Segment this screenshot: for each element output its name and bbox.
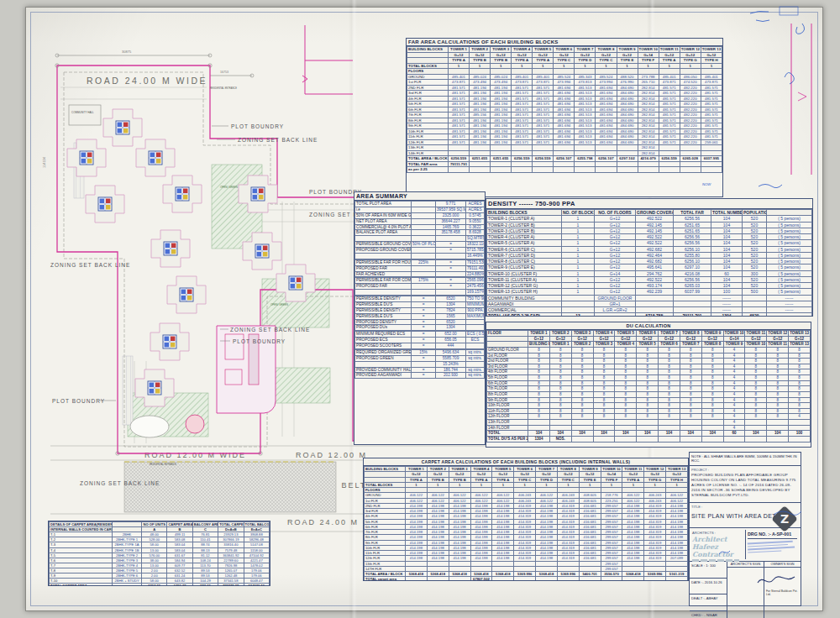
table-cell: 8 <box>767 386 789 392</box>
table-cell: 8 <box>549 347 571 353</box>
table-cell: 13th FLOOR <box>487 420 528 426</box>
table-cell: 750 TO 900 PPA <box>466 296 485 302</box>
table-cell: 520 <box>743 240 767 246</box>
for-company-text: For Sternal Buildcon Pvt. Ltd. <box>766 589 802 596</box>
table-cell: 8 <box>745 369 767 375</box>
table-cell: 8 <box>549 403 571 409</box>
zoning-label: ZONING SET BACK LINE <box>80 480 160 486</box>
du-calculation-table: DU CALCULATION FLOORTOWER 1TOWER 2TOWER … <box>486 322 811 448</box>
table-cell <box>666 577 688 581</box>
table-cell: 104 <box>767 431 789 437</box>
table-cell <box>674 307 711 313</box>
table-cell: FLOOR <box>487 331 528 337</box>
table-cell: TOWER 13 <box>789 331 811 337</box>
table-cell: GR+1 <box>595 301 636 306</box>
table-cell: 8 <box>549 375 571 381</box>
table-cell: 5368.418 <box>470 572 492 577</box>
dimension-text: 114104 <box>42 156 46 168</box>
table-cell: 8 <box>637 364 659 369</box>
table-cell: 104 <box>701 431 723 437</box>
table-cell: 8 <box>593 353 615 359</box>
table-cell: 8 <box>593 347 615 353</box>
scale-value: SCALE : 1: 100 <box>690 562 727 579</box>
table-cell: 8 <box>789 386 811 392</box>
table-cell: ------ <box>767 301 812 306</box>
table-cell: 8 <box>571 369 593 375</box>
table-cell: 2BHK-TYPE 1B <box>113 547 142 553</box>
table-cell: NO. OF FLOORS <box>595 210 636 216</box>
table-cell: 520 <box>743 222 767 228</box>
table-cell: 8 <box>680 380 701 386</box>
table-cell <box>436 236 466 242</box>
table-cell: MINIMUM <box>466 301 485 307</box>
table-cell: G+12 <box>595 228 636 233</box>
table-cell: 8.6928 <box>466 230 485 236</box>
table-cell <box>436 271 466 277</box>
table-cell: G+12 <box>528 336 550 342</box>
table-cell: ( 5 persons) <box>767 252 812 258</box>
table-cell: ACRES <box>466 202 485 207</box>
table-cell: 8 <box>701 391 723 397</box>
table-cell: 104 <box>659 431 680 437</box>
table-cell: G+12 <box>595 289 636 295</box>
table-cell: 8 <box>767 408 789 414</box>
table-cell: 9th FLOOR <box>487 397 528 403</box>
table-cell: 1 <box>562 216 595 222</box>
table-cell: 520 <box>743 264 767 270</box>
table-cell: 8 <box>571 364 593 369</box>
table-cell: 8 <box>680 375 701 381</box>
chkd-value: CHKD : - NISAR <box>690 611 727 618</box>
table-cell: PROPOSED SCOOTERS <box>355 343 412 349</box>
table-cell: 8 <box>571 380 593 386</box>
table-cell: TOWER 1 <box>549 342 571 348</box>
table-cell: TOWER 3 <box>593 342 615 348</box>
table-cell: 8 <box>528 353 550 359</box>
table-cell: 1 <box>562 283 595 289</box>
svg-text:ZONING SET BACK LINE: ZONING SET BACK LINE <box>238 137 318 143</box>
table-cell: 8 <box>593 414 615 420</box>
table-cell: = <box>436 265 466 271</box>
table-cell: 8 <box>615 391 637 397</box>
table-cell: COMMERCIAL <box>487 307 562 313</box>
table-cell: 5th FLOOR <box>487 375 528 381</box>
table-cell: 8 <box>767 375 789 381</box>
table-cell: 8 <box>789 364 811 369</box>
table-cell: REQUIRED ORGANIZED GREEN @ <box>355 349 412 355</box>
table-cell: 520 <box>743 283 767 289</box>
table-cell <box>659 436 680 442</box>
table-cell: 2BHK + STUDY <box>113 579 142 584</box>
density-table: DENSITY ------ 750-900 PPA BUILDING BLOC… <box>486 198 813 317</box>
table-cell <box>412 218 436 224</box>
table-cell <box>549 425 571 431</box>
table-cell: 5496.634 <box>436 349 466 355</box>
table-cell: 2BHK-TYPE 1A <box>113 542 142 547</box>
table-cell <box>743 301 767 306</box>
table-cell: ( 5 persons) <box>767 240 812 246</box>
sheet-meta: SCALE : 1: 100 DATE :- 2016.10.26 DEALT … <box>690 562 727 618</box>
table-cell: 6256.56 <box>674 276 711 282</box>
table-cell: PERMISSIBLE DU'S <box>355 301 412 307</box>
table-cell: 4 <box>723 364 745 369</box>
table-cell: ( 5 persons) <box>767 222 812 228</box>
table-cell: 520 <box>743 234 767 240</box>
table-cell: TOWER 5 <box>492 467 514 472</box>
table-cell: TOWER-5 (CLUSTER A) <box>487 240 562 246</box>
table-cell: G+12 <box>595 240 636 246</box>
approval-stamp <box>748 538 797 554</box>
table-cell: 1565 <box>436 313 466 319</box>
table-cell: ( 5 persons) <box>767 228 812 233</box>
table-cell: TOWER-13 (CLUSTER H) <box>487 289 562 295</box>
table-cell: 8 <box>593 364 615 369</box>
table-cell <box>571 425 593 431</box>
far-table-title: FAR AREA CALCULATIONS OF EACH BUILDING B… <box>407 39 722 46</box>
table-cell: = <box>412 338 436 343</box>
table-cell: 8 <box>615 414 637 420</box>
table-cell: 15.243% <box>436 361 466 367</box>
table-cell: G+12 <box>637 336 659 342</box>
road-label-12a: ROAD 12.00 M WIDE <box>144 451 246 459</box>
table-cell: FAR ACHIEVED <box>355 271 412 277</box>
table-cell: 79111.791 <box>674 313 711 317</box>
table-cell: 8 <box>659 347 680 353</box>
table-cell: i.e <box>355 207 412 212</box>
table-cell <box>575 167 596 173</box>
